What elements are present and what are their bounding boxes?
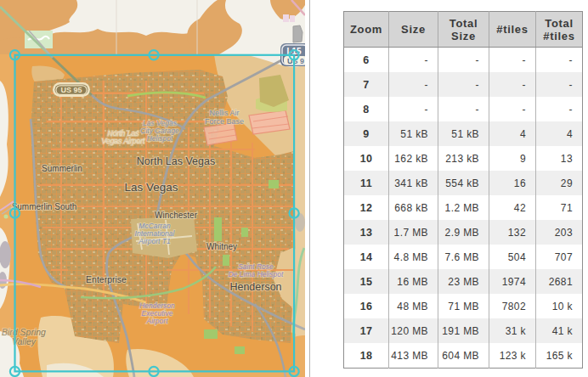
svg-text:Summerlin: Summerlin — [42, 164, 82, 173]
svg-text:Vegas Airport: Vegas Airport — [102, 137, 146, 145]
svg-text:Enterprise: Enterprise — [86, 274, 127, 284]
svg-text:De Lima Helispot: De Lima Helispot — [229, 270, 284, 279]
svg-text:Helispot: Helispot — [147, 134, 173, 143]
svg-text:Whitney: Whitney — [206, 242, 237, 251]
svg-text:Summerlin South: Summerlin South — [12, 202, 77, 211]
svg-text:Winchester: Winchester — [155, 211, 198, 220]
svg-text:Airport T1: Airport T1 — [138, 237, 171, 245]
svg-text:North Las Vegas: North Las Vegas — [137, 155, 215, 167]
svg-text:Airport: Airport — [145, 317, 168, 325]
svg-text:Nellis Air: Nellis Air — [209, 109, 239, 117]
svg-text:Henderson: Henderson — [229, 281, 281, 293]
svg-text:Force Base: Force Base — [205, 117, 244, 126]
svg-text:US 95: US 95 — [60, 86, 82, 94]
svg-text:Las Vegas: Las Vegas — [124, 181, 178, 194]
